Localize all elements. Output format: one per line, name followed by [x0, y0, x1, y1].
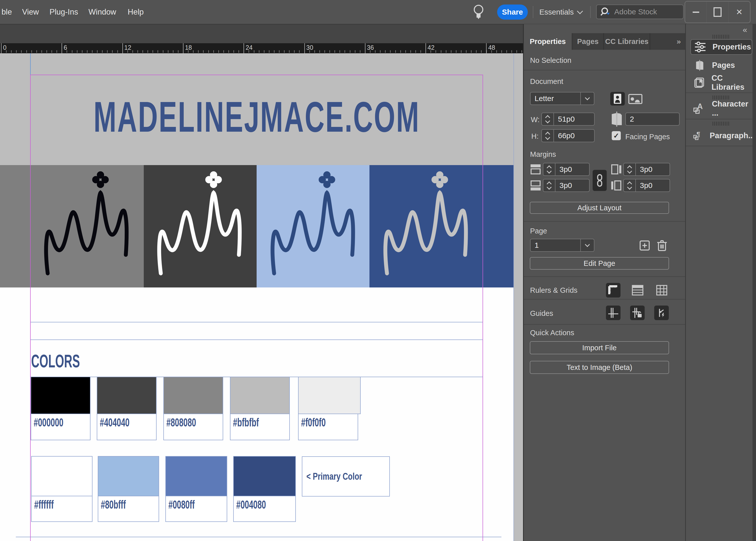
text-to-image-button[interactable]: Text to Image (Beta): [530, 361, 669, 374]
margin-bottom-stepper[interactable]: [543, 180, 555, 192]
dock-drag-handle[interactable]: [713, 96, 730, 100]
ruler-tick: [325, 50, 325, 53]
swatch-card[interactable]: #404040: [97, 377, 157, 440]
margin-inside-stepper[interactable]: [624, 180, 636, 192]
frame-edge: [31, 339, 483, 340]
swatch-card[interactable]: #000000: [31, 377, 91, 440]
portrait-orientation-button[interactable]: [610, 92, 625, 106]
tab-cc-libraries[interactable]: CC Libraries: [604, 33, 650, 50]
margin-outside-stepper[interactable]: [624, 163, 636, 175]
document-grid-icon[interactable]: [656, 285, 667, 295]
swatch-card[interactable]: #808080: [163, 377, 223, 440]
dock-divider: [686, 146, 756, 146]
margin-guide-right[interactable]: [482, 75, 483, 541]
color-swatch[interactable]: [230, 377, 290, 414]
dock-drag-handle[interactable]: [713, 35, 730, 39]
logo-tile-navy[interactable]: [370, 165, 513, 287]
column-guide[interactable]: [30, 53, 31, 75]
swatch-card[interactable]: #0080ff: [165, 456, 227, 522]
logo-tile-charcoal[interactable]: [144, 165, 257, 287]
chevron-down-icon[interactable]: [580, 239, 594, 251]
workspace-switcher[interactable]: Essentials: [539, 0, 582, 24]
swatch-card[interactable]: #bfbfbf: [230, 377, 290, 440]
swatch-card[interactable]: #ffffff: [31, 456, 93, 522]
swatch-card[interactable]: #004080: [233, 456, 296, 522]
margin-bottom-field[interactable]: 3p0: [543, 179, 590, 192]
width-field[interactable]: 51p0: [541, 113, 595, 126]
margin-outside-field[interactable]: 3p0: [623, 163, 670, 176]
margin-guide-top[interactable]: [30, 75, 483, 75]
swatch-card[interactable]: #f0f0f0: [298, 377, 361, 440]
color-swatch[interactable]: [233, 456, 296, 496]
page-number-select[interactable]: 1: [530, 239, 594, 252]
link-margins-button[interactable]: [593, 170, 607, 191]
swatch-card[interactable]: #80bfff: [98, 456, 159, 522]
ruler-tick: [350, 50, 351, 53]
color-swatch[interactable]: [98, 456, 159, 496]
ruler-tick: [254, 50, 254, 53]
logo-tile-lightblue[interactable]: [257, 165, 370, 287]
tab-pages[interactable]: Pages: [572, 33, 604, 50]
chevron-down-icon[interactable]: [580, 93, 594, 105]
ruler-tick: [420, 50, 421, 53]
lock-guides-button[interactable]: [630, 305, 645, 320]
logo-tile-gray[interactable]: [0, 165, 144, 287]
menu-help[interactable]: Help: [128, 0, 144, 24]
dock-item-properties[interactable]: Properties: [690, 39, 752, 55]
color-swatch[interactable]: [298, 377, 361, 414]
divider: [524, 70, 686, 70]
height-field[interactable]: 66p0: [541, 129, 595, 142]
menu-plugins[interactable]: Plug-Ins: [50, 0, 78, 24]
tab-properties[interactable]: Properties: [524, 33, 572, 50]
ruler-tick: [279, 50, 280, 53]
color-swatch[interactable]: [31, 377, 91, 414]
ruler[interactable]: 0612182430364248: [0, 43, 523, 53]
dock-drag-handle[interactable]: [713, 122, 730, 126]
ruler-tick: [224, 50, 224, 53]
facing-pages-checkbox[interactable]: ✓: [612, 131, 621, 140]
dock-item-paragraph[interactable]: ¶ Paragraph...: [690, 129, 755, 142]
height-stepper[interactable]: [542, 130, 554, 142]
menu-table-truncated[interactable]: ble: [2, 0, 12, 24]
baseline-grid-icon[interactable]: [632, 285, 643, 295]
import-file-button[interactable]: Import File: [530, 341, 669, 354]
page-size-select[interactable]: Letter: [530, 92, 594, 105]
edit-page-button[interactable]: Edit Page: [530, 257, 669, 270]
margin-guide-left[interactable]: [30, 75, 31, 541]
primary-color-note[interactable]: < Primary Color: [302, 456, 390, 496]
restore-button[interactable]: [706, 2, 728, 23]
dock-item-character[interactable]: A Character ...: [690, 102, 755, 115]
color-swatch[interactable]: [31, 456, 93, 496]
lightbulb-icon[interactable]: [472, 4, 485, 20]
margin-inside-field[interactable]: 3p0: [623, 179, 670, 192]
site-title-text[interactable]: MADELINEJMACE.COM: [93, 96, 421, 138]
dock-collapse-icon[interactable]: «: [743, 25, 746, 34]
color-swatch[interactable]: [97, 377, 157, 414]
landscape-orientation-button[interactable]: [628, 94, 642, 104]
color-swatch[interactable]: [165, 456, 227, 496]
adjust-layout-button[interactable]: Adjust Layout: [530, 202, 669, 214]
add-page-icon[interactable]: [639, 240, 650, 251]
menu-view[interactable]: View: [22, 0, 39, 24]
margin-top-stepper[interactable]: [543, 163, 555, 175]
more-tabs-icon[interactable]: »: [671, 33, 686, 50]
document-canvas[interactable]: MADELINEJMACE.COM COLORS #000000 #404040…: [0, 53, 523, 541]
share-button[interactable]: Share: [497, 5, 528, 20]
smart-guides-button[interactable]: [654, 305, 669, 320]
colors-heading[interactable]: COLORS: [31, 352, 80, 370]
show-rulers-button[interactable]: [606, 283, 620, 297]
adobe-stock-search[interactable]: Adobe Stock: [596, 5, 684, 19]
margin-top-field[interactable]: 3p0: [543, 163, 590, 176]
menu-window[interactable]: Window: [89, 0, 116, 24]
delete-page-icon[interactable]: [656, 240, 668, 252]
guides-icon: [608, 308, 618, 318]
close-button[interactable]: ✕: [728, 2, 750, 23]
ruler-tick: [173, 50, 173, 53]
dock-item-pages[interactable]: Pages: [690, 59, 756, 71]
dock-item-cc-libraries[interactable]: CC Libraries: [690, 76, 756, 89]
show-guides-button[interactable]: [606, 305, 620, 320]
pages-count-field[interactable]: 2: [625, 113, 680, 126]
minimize-button[interactable]: [685, 2, 706, 23]
color-swatch[interactable]: [163, 377, 223, 414]
width-stepper[interactable]: [542, 113, 554, 125]
